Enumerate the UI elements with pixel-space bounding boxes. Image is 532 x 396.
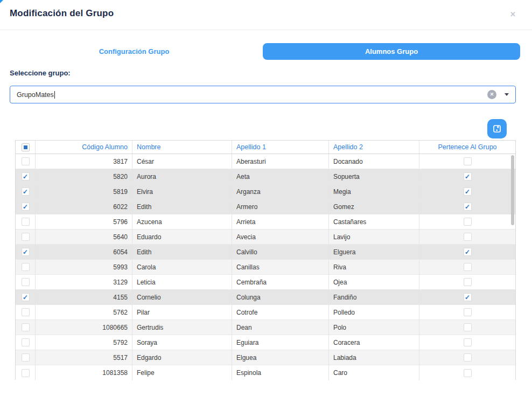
row-select-checkbox[interactable]: ✓ [22,233,30,241]
cell-nombre: César [132,154,232,169]
cell-select: ✓ [16,290,36,304]
cell-nombre: Eduardo [132,230,232,244]
cell-codigo-alumno: 5796 [36,214,132,229]
clear-icon[interactable]: ✕ [487,90,496,99]
table-row[interactable]: ✓ 4155 Cornelio Colunga Fandiño ✓ [16,290,515,305]
pertenece-checkbox[interactable]: ✓ [464,338,472,346]
table-row[interactable]: ✓ 5517 Edgardo Elguea Labiada ✓ [16,350,515,365]
cell-apellido-2: Riva [329,260,419,274]
group-input-value: GrupoMates [17,91,54,99]
cell-nombre: Soraya [132,335,232,350]
pertenece-checkbox[interactable]: ✓ [464,293,472,301]
group-select-input[interactable]: GrupoMates ✕ [10,86,516,103]
cell-codigo-alumno: 5762 [36,305,132,319]
vertical-scrollbar-thumb[interactable] [511,155,514,225]
cell-apellido-1: Aberasturi [232,154,329,169]
table-row[interactable]: ✓ 1080665 Gertrudis Dean Polo ✓ [16,320,515,335]
table-header-row: Código Alumno Nombre Apellido 1 Apellido… [16,141,515,154]
row-select-checkbox[interactable]: ✓ [22,353,30,362]
cell-pertenece-al-grupo: ✓ [419,260,515,274]
table-row[interactable]: ✓ 5640 Eduardo Avecia Lavijo ✓ [16,230,515,245]
save-button[interactable] [487,119,507,138]
cell-apellido-1: Canillas [232,260,329,274]
pertenece-checkbox[interactable]: ✓ [464,248,472,256]
pertenece-checkbox[interactable]: ✓ [464,369,472,377]
table-row[interactable]: ✓ 5792 Soraya Eguiara Coracera ✓ [16,335,515,350]
cell-apellido-1: Eguiara [232,335,329,350]
cell-apellido-2: Polo [329,320,419,335]
cell-nombre: Edgardo [132,350,232,365]
column-header-apellido-1[interactable]: Apellido 1 [232,141,329,154]
pertenece-checkbox[interactable]: ✓ [464,323,472,331]
row-select-checkbox[interactable]: ✓ [22,157,30,165]
table-row[interactable]: ✓ 6054 Edith Calvillo Elguera ✓ [16,245,515,260]
pertenece-checkbox[interactable]: ✓ [464,263,472,271]
pertenece-checkbox[interactable]: ✓ [464,218,472,226]
pertenece-checkbox[interactable]: ✓ [464,203,472,211]
chevron-down-icon[interactable] [505,93,509,96]
tab-configuracion-grupo[interactable]: Configuración Grupo [5,43,263,60]
cell-apellido-1: Avecia [232,230,329,244]
row-select-checkbox[interactable]: ✓ [22,263,30,271]
pertenece-checkbox[interactable]: ✓ [464,233,472,241]
cell-codigo-alumno: 5820 [36,169,132,184]
cell-pertenece-al-grupo: ✓ [419,214,515,229]
select-all-checkbox[interactable] [22,143,30,151]
row-select-checkbox[interactable]: ✓ [22,187,30,196]
pertenece-checkbox[interactable]: ✓ [464,157,472,165]
table-row[interactable]: ✓ 3129 Leticia Cembraña Ojea ✓ [16,275,515,290]
pertenece-checkbox[interactable]: ✓ [464,187,472,196]
cell-nombre: Pilar [132,305,232,319]
column-header-apellido-2[interactable]: Apellido 2 [329,141,419,154]
cell-pertenece-al-grupo: ✓ [419,275,515,289]
pertenece-checkbox[interactable]: ✓ [464,353,472,362]
pertenece-checkbox[interactable]: ✓ [464,278,472,286]
pertenece-checkbox[interactable]: ✓ [464,308,472,316]
row-select-checkbox[interactable]: ✓ [22,203,30,211]
cell-pertenece-al-grupo: ✓ [419,230,515,244]
cell-nombre: Leticia [132,275,232,289]
column-header-nombre[interactable]: Nombre [132,141,232,154]
cell-apellido-2: Gomez [329,199,419,214]
table-row[interactable]: ✓ 6022 Edith Armero Gomez ✓ [16,199,515,214]
row-select-checkbox[interactable]: ✓ [22,172,30,180]
row-select-checkbox[interactable]: ✓ [22,323,30,331]
row-select-checkbox[interactable]: ✓ [22,218,30,226]
row-select-checkbox[interactable]: ✓ [22,338,30,346]
table-row[interactable]: ✓ 5762 Pilar Cotrofe Polledo ✓ [16,305,515,320]
table-row[interactable]: ✓ 5993 Carola Canillas Riva ✓ [16,260,515,275]
table-row[interactable]: ✓ 1081358 Felipe Espinola Caro ✓ [16,365,515,380]
table-row[interactable]: ✓ 5819 Elvira Arganza Megia ✓ [16,184,515,199]
column-header-codigo-alumno[interactable]: Código Alumno [36,141,132,154]
cell-pertenece-al-grupo: ✓ [419,320,515,335]
column-header-pertenece-al-grupo[interactable]: Pertenece Al Grupo [419,141,515,154]
table-row[interactable]: ✓ 5820 Aurora Aeta Sopuerta ✓ [16,169,515,184]
row-select-checkbox[interactable]: ✓ [22,369,30,377]
table-row[interactable]: ✓ 3817 César Aberasturi Docanado ✓ [16,154,515,169]
cell-codigo-alumno: 6022 [36,199,132,214]
cell-apellido-1: Cotrofe [232,305,329,319]
row-select-checkbox[interactable]: ✓ [22,308,30,316]
cell-select: ✓ [16,335,36,350]
row-select-checkbox[interactable]: ✓ [22,248,30,256]
cell-apellido-2: Ojea [329,275,419,289]
table-row[interactable]: ✓ 5796 Azucena Arrieta Castañares ✓ [16,214,515,230]
cell-codigo-alumno: 4155 [36,290,132,304]
cell-select: ✓ [16,199,36,214]
cell-nombre: Cornelio [132,290,232,304]
cell-apellido-2: Coracera [329,335,419,350]
pertenece-checkbox[interactable]: ✓ [464,172,472,180]
cell-select: ✓ [16,260,36,274]
cell-pertenece-al-grupo: ✓ [419,350,515,365]
header-divider [0,30,532,30]
cell-apellido-1: Aeta [232,169,329,184]
row-select-checkbox[interactable]: ✓ [22,278,30,286]
cell-select: ✓ [16,305,36,319]
tab-alumnos-grupo[interactable]: Alumnos Grupo [263,43,520,60]
cell-codigo-alumno: 6054 [36,245,132,259]
row-select-checkbox[interactable]: ✓ [22,293,30,301]
cell-pertenece-al-grupo: ✓ [419,154,515,169]
cell-pertenece-al-grupo: ✓ [419,245,515,259]
close-icon[interactable]: ✕ [510,11,516,18]
cell-select: ✓ [16,275,36,289]
